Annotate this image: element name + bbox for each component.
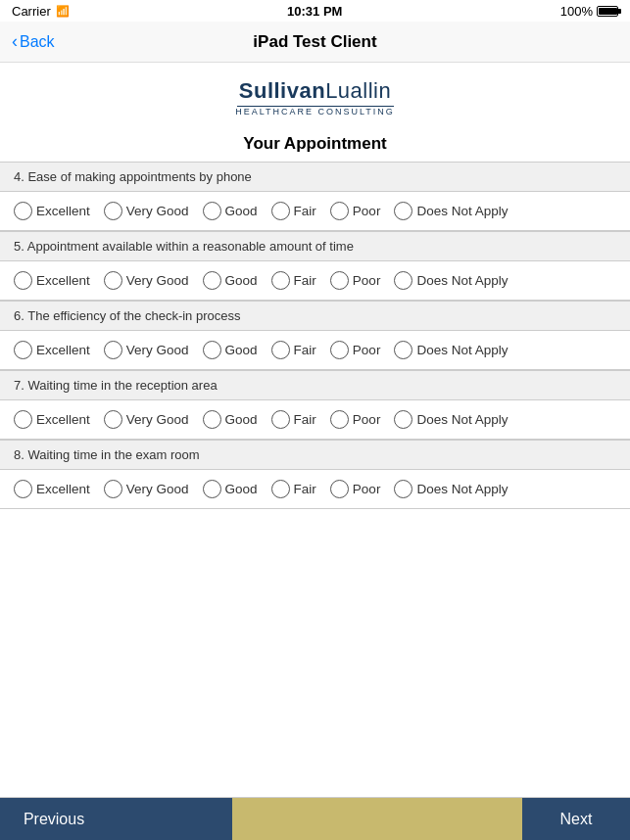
radio-label: Good xyxy=(225,343,258,357)
radio-option-5-4[interactable]: Poor xyxy=(330,271,381,290)
radio-circle-icon xyxy=(104,410,122,429)
radio-option-4-5[interactable]: Does Not Apply xyxy=(394,202,508,220)
question-header-8: 8. Waiting time in the exam room xyxy=(0,441,630,470)
radio-label: Excellent xyxy=(36,343,90,357)
radio-circle-icon xyxy=(271,410,290,429)
nav-title: iPad Test Client xyxy=(253,32,376,52)
radio-option-5-5[interactable]: Does Not Apply xyxy=(394,271,508,290)
radio-option-8-1[interactable]: Very Good xyxy=(104,480,189,498)
radio-option-7-1[interactable]: Very Good xyxy=(104,410,189,429)
back-button[interactable]: ‹ Back xyxy=(12,31,55,52)
radio-circle-icon xyxy=(14,410,32,429)
radio-option-6-2[interactable]: Good xyxy=(203,341,258,359)
radio-label: Fair xyxy=(294,412,316,427)
radio-option-6-1[interactable]: Very Good xyxy=(104,341,189,359)
wifi-icon: 📶 xyxy=(56,5,70,18)
radio-label: Does Not Apply xyxy=(416,482,508,496)
radio-option-6-5[interactable]: Does Not Apply xyxy=(394,341,508,359)
radio-circle-icon xyxy=(203,410,221,429)
radio-label: Poor xyxy=(353,204,381,218)
logo-name-part1: Sullivan xyxy=(239,78,325,103)
radio-label: Very Good xyxy=(126,412,189,427)
radio-label: Very Good xyxy=(126,343,189,357)
radio-row-7: ExcellentVery GoodGoodFairPoorDoes Not A… xyxy=(0,400,630,439)
radio-option-5-3[interactable]: Fair xyxy=(271,271,316,290)
radio-option-5-0[interactable]: Excellent xyxy=(14,271,90,290)
status-left: Carrier 📶 xyxy=(12,4,70,19)
carrier-label: Carrier xyxy=(12,4,51,19)
logo-name-part2: Luallin xyxy=(325,78,391,103)
radio-label: Good xyxy=(225,412,258,427)
radio-circle-icon xyxy=(104,202,122,220)
radio-row-4: ExcellentVery GoodGoodFairPoorDoes Not A… xyxy=(0,192,630,230)
radio-label: Very Good xyxy=(126,273,189,288)
question-group-5: 5. Appointment available within a reason… xyxy=(0,231,630,301)
radio-circle-icon xyxy=(203,202,221,220)
question-group-4: 4. Ease of making appointments by phoneE… xyxy=(0,162,630,231)
radio-option-8-4[interactable]: Poor xyxy=(330,480,381,498)
status-time: 10:31 PM xyxy=(287,4,342,19)
radio-option-8-3[interactable]: Fair xyxy=(271,480,316,498)
logo-name: SullivanLuallin xyxy=(0,78,630,104)
radio-label: Very Good xyxy=(126,482,189,496)
question-group-8: 8. Waiting time in the exam roomExcellen… xyxy=(0,440,630,509)
radio-option-8-0[interactable]: Excellent xyxy=(14,480,90,498)
radio-label: Fair xyxy=(294,204,316,218)
radio-option-4-0[interactable]: Excellent xyxy=(14,202,90,220)
radio-label: Fair xyxy=(294,273,316,288)
logo-area: SullivanLuallin HEALTHCARE CONSULTING xyxy=(0,63,630,124)
status-right: 100% xyxy=(560,4,618,19)
radio-label: Poor xyxy=(353,343,381,357)
radio-option-6-3[interactable]: Fair xyxy=(271,341,316,359)
radio-circle-icon xyxy=(394,271,412,290)
radio-option-7-0[interactable]: Excellent xyxy=(14,410,90,429)
previous-button[interactable]: Previous xyxy=(0,798,108,840)
radio-circle-icon xyxy=(203,341,221,359)
radio-option-5-2[interactable]: Good xyxy=(203,271,258,290)
question-header-4: 4. Ease of making appointments by phone xyxy=(0,163,630,192)
radio-option-4-3[interactable]: Fair xyxy=(271,202,316,220)
question-group-7: 7. Waiting time in the reception areaExc… xyxy=(0,370,630,440)
radio-row-5: ExcellentVery GoodGoodFairPoorDoes Not A… xyxy=(0,261,630,300)
radio-circle-icon xyxy=(14,271,32,290)
question-header-6: 6. The efficiency of the check-in proces… xyxy=(0,302,630,331)
battery-percent: 100% xyxy=(560,4,593,19)
radio-label: Poor xyxy=(353,412,381,427)
content-area: SullivanLuallin HEALTHCARE CONSULTING Yo… xyxy=(0,63,630,797)
radio-circle-icon xyxy=(271,341,290,359)
radio-option-8-5[interactable]: Does Not Apply xyxy=(394,480,508,498)
radio-circle-icon xyxy=(14,202,32,220)
radio-row-8: ExcellentVery GoodGoodFairPoorDoes Not A… xyxy=(0,470,630,508)
radio-option-4-4[interactable]: Poor xyxy=(330,202,381,220)
radio-circle-icon xyxy=(394,341,412,359)
status-bar: Carrier 📶 10:31 PM 100% xyxy=(0,0,630,22)
logo-subtitle: HEALTHCARE CONSULTING xyxy=(0,107,630,117)
radio-option-7-2[interactable]: Good xyxy=(203,410,258,429)
nav-bar: ‹ Back iPad Test Client xyxy=(0,22,630,63)
radio-label: Good xyxy=(225,273,258,288)
radio-label: Does Not Apply xyxy=(416,273,508,288)
radio-option-4-2[interactable]: Good xyxy=(203,202,258,220)
radio-label: Poor xyxy=(353,482,381,496)
radio-option-5-1[interactable]: Very Good xyxy=(104,271,189,290)
radio-label: Excellent xyxy=(36,204,90,218)
radio-circle-icon xyxy=(330,341,349,359)
radio-option-7-3[interactable]: Fair xyxy=(271,410,316,429)
radio-label: Does Not Apply xyxy=(416,204,508,218)
next-button[interactable]: Next xyxy=(522,798,630,840)
radio-label: Very Good xyxy=(126,204,189,218)
radio-label: Excellent xyxy=(36,482,90,496)
radio-option-6-4[interactable]: Poor xyxy=(330,341,381,359)
question-header-5: 5. Appointment available within a reason… xyxy=(0,232,630,261)
radio-circle-icon xyxy=(104,480,122,498)
radio-option-7-4[interactable]: Poor xyxy=(330,410,381,429)
progress-bar-container xyxy=(108,798,522,840)
radio-option-7-5[interactable]: Does Not Apply xyxy=(394,410,508,429)
radio-option-4-1[interactable]: Very Good xyxy=(104,202,189,220)
battery-icon xyxy=(597,6,618,17)
radio-label: Fair xyxy=(294,343,316,357)
radio-label: Poor xyxy=(353,273,381,288)
radio-label: Does Not Apply xyxy=(416,343,508,357)
radio-option-8-2[interactable]: Good xyxy=(203,480,258,498)
radio-option-6-0[interactable]: Excellent xyxy=(14,341,90,359)
